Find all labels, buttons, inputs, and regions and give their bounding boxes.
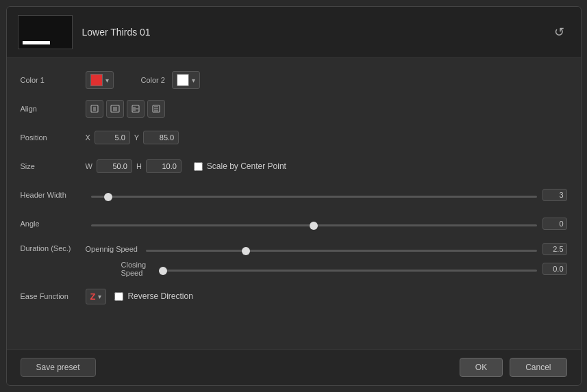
dialog-header: Lower Thirds 01 ↺	[7, 7, 581, 58]
duration-row: Duration (Sec.) Opennig Speed 2.5 Closin…	[21, 243, 567, 277]
header-width-label: Header Width	[21, 191, 86, 199]
reverse-direction-row: Reverse Direction	[114, 291, 192, 301]
align-row: Align	[21, 99, 567, 118]
color1-label: Color 1	[21, 76, 86, 84]
ease-z-icon: Z	[90, 291, 96, 302]
position-group: X Y	[86, 131, 179, 144]
ease-row: Ease Function Z Reverse Direction	[21, 287, 567, 306]
save-preset-button[interactable]: Save preset	[21, 358, 96, 377]
color2-picker[interactable]	[172, 71, 200, 89]
cancel-button[interactable]: Cancel	[510, 358, 566, 377]
angle-value: 0	[542, 218, 567, 230]
align-label: Align	[21, 105, 86, 113]
align-btn-2[interactable]	[106, 100, 124, 118]
preview-bar	[23, 41, 50, 44]
opening-speed-slider-wrap	[146, 244, 537, 254]
opening-speed-slider[interactable]	[146, 250, 537, 252]
closing-speed-value: 0.0	[542, 263, 567, 275]
angle-row: Angle 0	[21, 214, 567, 233]
size-h-label: H	[136, 162, 142, 170]
ease-chevron-icon	[98, 292, 101, 300]
angle-label: Angle	[21, 220, 86, 228]
dialog-content: Color 1 Color 2 Align	[7, 58, 581, 349]
opening-speed-row: Opennig Speed 2.5	[86, 243, 567, 255]
closing-speed-label: Closing Speed	[86, 261, 151, 277]
color2-chevron-icon	[192, 76, 195, 84]
opening-speed-value: 2.5	[542, 243, 567, 255]
align-btn-3[interactable]	[127, 100, 145, 118]
pos-y-input[interactable]	[143, 131, 179, 144]
scale-center-label: Scale by Center Point	[207, 161, 286, 171]
header-width-value: 3	[542, 189, 567, 201]
dialog-footer: Save preset OK Cancel	[7, 349, 581, 385]
header-width-slider-row: 3	[86, 189, 567, 201]
angle-slider[interactable]	[91, 224, 537, 226]
pos-y-label: Y	[134, 133, 139, 142]
pos-x-label: X	[86, 133, 90, 142]
header-width-row: Header Width 3	[21, 185, 567, 205]
color-row: Color 1 Color 2	[21, 70, 567, 90]
header-width-slider-wrap	[91, 190, 537, 200]
angle-slider-row: 0	[86, 218, 567, 230]
ease-label: Ease Function	[21, 292, 86, 300]
align-btn-4[interactable]	[147, 100, 165, 118]
ok-button[interactable]: OK	[460, 358, 503, 377]
align-btn-1[interactable]	[86, 100, 103, 118]
size-h-input[interactable]	[146, 159, 182, 173]
color2-label: Color 2	[141, 76, 165, 84]
duration-label: Duration (Sec.)	[21, 243, 86, 252]
header-width-slider[interactable]	[91, 196, 537, 198]
size-row: Size W H Scale by Center Point	[21, 157, 567, 176]
size-w-label: W	[86, 162, 92, 170]
closing-speed-slider-wrap	[159, 264, 537, 274]
align-buttons	[86, 100, 165, 118]
opening-speed-label: Opennig Speed	[86, 245, 138, 253]
color1-picker[interactable]	[86, 71, 114, 89]
size-w-input[interactable]	[97, 159, 132, 173]
lower-thirds-dialog: Lower Thirds 01 ↺ Color 1 Color 2 Align	[6, 6, 582, 386]
dialog-title: Lower Thirds 01	[82, 27, 151, 38]
size-group: W H Scale by Center Point	[86, 159, 286, 173]
reset-button[interactable]: ↺	[549, 22, 570, 42]
scale-center-checkbox[interactable]	[194, 162, 203, 171]
position-row: Position X Y	[21, 128, 567, 147]
position-label: Position	[21, 133, 86, 142]
reverse-direction-label: Reverse Direction	[127, 291, 192, 301]
closing-speed-slider[interactable]	[159, 270, 537, 272]
ease-select-button[interactable]: Z	[86, 289, 107, 304]
scale-center-row: Scale by Center Point	[194, 161, 286, 171]
color2-swatch	[177, 74, 189, 86]
color1-chevron-icon	[105, 76, 109, 84]
pos-x-input[interactable]	[95, 131, 130, 144]
closing-speed-row: Closing Speed 0.0	[86, 261, 567, 277]
angle-slider-wrap	[91, 219, 537, 228]
reverse-direction-checkbox[interactable]	[114, 292, 123, 301]
footer-actions: OK Cancel	[460, 358, 567, 377]
duration-sliders: Opennig Speed 2.5 Closing Speed 0.0	[86, 243, 567, 277]
color1-swatch	[90, 74, 103, 86]
size-label: Size	[21, 162, 86, 170]
preview-thumbnail	[18, 15, 73, 49]
